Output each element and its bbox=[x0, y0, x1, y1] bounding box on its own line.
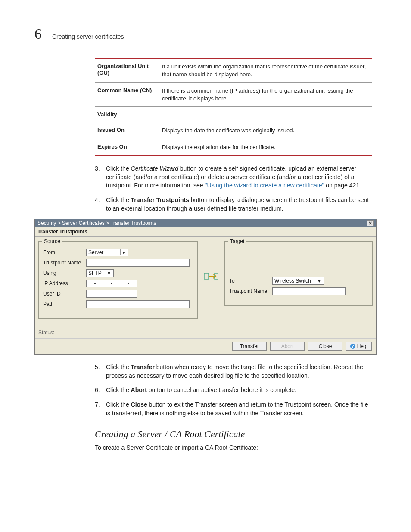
dialog-titlebar: Security > Server Certificates > Transfe… bbox=[35, 219, 376, 227]
wizard-term: Certificate Wizard bbox=[131, 165, 178, 172]
step-4: 4. Click the Transfer Trustpoints button… bbox=[95, 196, 372, 213]
step-number: 5. bbox=[95, 363, 106, 380]
target-fieldset: Target To Wireless Switch▾ Trustpoint Na… bbox=[224, 241, 373, 306]
target-trustpoint-label: Trustpoint Name bbox=[229, 288, 272, 294]
definition-term: Expires On bbox=[97, 143, 162, 151]
ip-label: IP Address bbox=[43, 280, 86, 286]
sub-paragraph: To create a Server Certificate or import… bbox=[95, 444, 372, 451]
chevron-down-icon: ▾ bbox=[106, 270, 112, 276]
source-legend: Source bbox=[42, 238, 62, 244]
definition-desc: Displays the expiration date for the cer… bbox=[162, 143, 370, 151]
dialog-subtitle: Transfer Trustpoints bbox=[35, 227, 376, 237]
transfer-trustpoints-term: Transfer Trustpoints bbox=[131, 196, 189, 203]
using-label: Using bbox=[43, 270, 86, 276]
target-trustpoint-input[interactable] bbox=[272, 287, 346, 295]
close-button[interactable]: Close bbox=[308, 342, 342, 351]
definition-term: Validity bbox=[97, 111, 162, 118]
definition-desc: Displays the date the certificate was or… bbox=[162, 127, 370, 134]
using-select[interactable]: SFTP▾ bbox=[86, 269, 114, 277]
step-number: 7. bbox=[95, 401, 106, 417]
definition-desc bbox=[162, 111, 370, 118]
dialog-breadcrumb: Security > Server Certificates > Transfe… bbox=[37, 220, 156, 226]
table-row: Issued OnDisplays the date the certifica… bbox=[95, 122, 372, 139]
source-fieldset: Source From Server▾ Trustpoint Name Usin… bbox=[38, 241, 198, 319]
subheading: Creating a Server / CA Root Certificate bbox=[95, 429, 377, 440]
step-number: 4. bbox=[95, 196, 106, 213]
step-6: 6. Click the Abort button to cancel an a… bbox=[95, 386, 372, 395]
table-row: Expires OnDisplays the expiration date f… bbox=[95, 139, 372, 156]
trustpoint-name-input[interactable] bbox=[86, 259, 190, 267]
definition-term: Organizational Unit (OU) bbox=[97, 63, 162, 78]
to-select[interactable]: Wireless Switch▾ bbox=[272, 277, 324, 285]
step-3: 3. Click the Certificate Wizard button t… bbox=[95, 165, 372, 190]
to-label: To bbox=[229, 278, 272, 284]
wizard-link[interactable]: "Using the wizard to create a new certif… bbox=[205, 182, 324, 189]
help-button[interactable]: ?Help bbox=[346, 342, 372, 351]
table-row: Common Name (CN)If there is a common nam… bbox=[95, 83, 372, 107]
definition-desc: If there is a common name (IP address) f… bbox=[162, 87, 370, 102]
definition-term: Common Name (CN) bbox=[97, 87, 162, 102]
transfer-button[interactable]: Transfer bbox=[232, 342, 267, 351]
chevron-down-icon: ▾ bbox=[316, 278, 322, 284]
abort-button[interactable]: Abort bbox=[270, 342, 305, 351]
step-7: 7. Click the Close button to exit the Tr… bbox=[95, 401, 372, 417]
page-header: 6 Creating server certificates bbox=[34, 26, 377, 42]
step-5: 5. Click the Transfer button when ready … bbox=[95, 363, 372, 380]
dialog-buttons: Transfer Abort Close ?Help bbox=[35, 338, 376, 354]
path-label: Path bbox=[43, 301, 86, 307]
target-legend: Target bbox=[228, 238, 246, 244]
definition-desc: If a unit exists within the organization… bbox=[162, 63, 370, 78]
header-title: Creating server certificates bbox=[52, 33, 124, 40]
status-bar: Status: bbox=[35, 327, 376, 338]
step-body: Click the Certificate Wizard button to c… bbox=[106, 165, 372, 190]
table-row: Validity bbox=[95, 107, 372, 122]
definition-term: Issued On bbox=[97, 127, 162, 134]
definitions-table: Organizational Unit (OU)If a unit exists… bbox=[95, 58, 372, 156]
userid-label: User ID bbox=[43, 291, 86, 297]
userid-input[interactable] bbox=[86, 290, 137, 298]
step-number: 6. bbox=[95, 386, 106, 395]
close-icon[interactable]: ✕ bbox=[367, 220, 374, 226]
chevron-down-icon: ▾ bbox=[120, 249, 126, 255]
table-row: Organizational Unit (OU)If a unit exists… bbox=[95, 59, 372, 83]
chapter-number: 6 bbox=[34, 26, 42, 42]
step-body: Click the Transfer Trustpoints button to… bbox=[106, 196, 372, 213]
trustpoint-name-label: Trustpoint Name bbox=[43, 260, 86, 266]
from-label: From bbox=[43, 249, 86, 255]
path-input[interactable] bbox=[86, 300, 190, 308]
transfer-arrow-icon bbox=[201, 241, 221, 281]
transfer-dialog: Security > Server Certificates > Transfe… bbox=[34, 219, 377, 355]
svg-rect-0 bbox=[204, 273, 209, 279]
from-select[interactable]: Server▾ bbox=[86, 249, 128, 256]
ip-input[interactable] bbox=[86, 280, 137, 287]
help-icon: ? bbox=[350, 344, 355, 349]
step-number: 3. bbox=[95, 165, 106, 190]
